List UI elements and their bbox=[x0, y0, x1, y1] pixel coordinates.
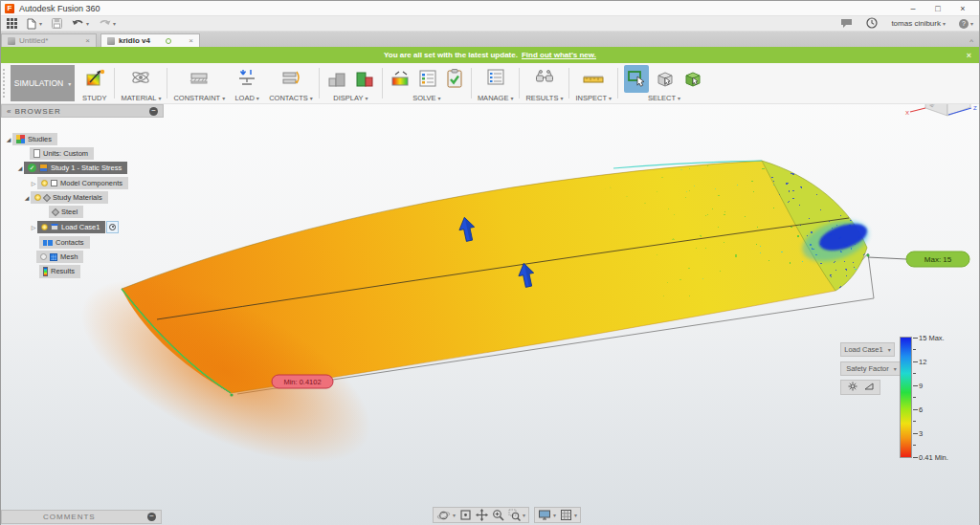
orbit-button[interactable]: ▾ bbox=[436, 509, 456, 522]
scale-label: 3 bbox=[919, 429, 923, 438]
visibility-bulb-icon[interactable] bbox=[40, 253, 47, 260]
min-annotation[interactable]: Min: 0.4102 bbox=[272, 375, 333, 388]
tree-item-units[interactable]: Units: Custom bbox=[30, 147, 94, 160]
toolbar-collapse-chevron[interactable]: ^ bbox=[969, 37, 973, 46]
tab-close-icon[interactable]: × bbox=[189, 36, 193, 45]
redo-button[interactable]: ▾ bbox=[99, 18, 116, 29]
ribbon-group-label[interactable]: RESULTS▾ bbox=[525, 94, 563, 102]
expander-icon[interactable]: ◢ bbox=[23, 194, 31, 201]
inspect-button[interactable] bbox=[580, 67, 607, 93]
tab-close-icon[interactable]: × bbox=[85, 36, 90, 45]
help-menu[interactable]: ? ▾ bbox=[959, 19, 973, 29]
ribbon-group-inspect: INSPECT▾ bbox=[570, 63, 616, 103]
undo-button[interactable]: ▾ bbox=[72, 18, 89, 29]
tree-item-contacts[interactable]: Contacts bbox=[39, 236, 90, 249]
result-type-dropdown[interactable]: Safety Factor▾ bbox=[840, 361, 902, 376]
new-study-button[interactable] bbox=[83, 65, 108, 93]
tick bbox=[913, 361, 918, 362]
constraint-button[interactable] bbox=[187, 65, 212, 93]
tree-item-study1[interactable]: ◢ ✓Study 1 - Static Stress bbox=[16, 162, 127, 174]
ribbon-group-label[interactable]: SELECT▾ bbox=[648, 94, 680, 102]
load-case-dropdown[interactable]: Load Case1▾ bbox=[840, 342, 895, 357]
grid-settings-button[interactable]: ▾ bbox=[560, 509, 577, 521]
tree-item-model-components[interactable]: ▷ Model Components bbox=[30, 177, 128, 189]
zoom-button[interactable] bbox=[492, 509, 504, 521]
expander-icon[interactable]: ▷ bbox=[30, 180, 37, 186]
browser-menu-icon[interactable]: − bbox=[149, 107, 158, 116]
tree-item-study-materials[interactable]: ◢ Study Materials bbox=[23, 191, 108, 204]
select-face-button[interactable] bbox=[654, 67, 677, 93]
undo-caret: ▾ bbox=[86, 20, 89, 27]
manage-button[interactable] bbox=[483, 65, 508, 93]
tab-untitled[interactable]: Untitled* × bbox=[1, 33, 97, 47]
ribbon-group-label[interactable]: CONTACTS▾ bbox=[269, 94, 313, 102]
scale-label: 9 bbox=[919, 382, 923, 390]
contacts-button[interactable] bbox=[278, 65, 303, 93]
ribbon-group-material: MATERIAL▾ bbox=[116, 63, 166, 103]
expander-icon[interactable]: ◢ bbox=[16, 164, 24, 171]
display-settings-button[interactable]: ▾ bbox=[538, 509, 556, 521]
ribbon-group-label[interactable]: STUDY bbox=[82, 94, 108, 102]
maximize-button[interactable]: □ bbox=[925, 4, 950, 13]
tree-item-results[interactable]: Results bbox=[39, 265, 80, 277]
banner-close-icon[interactable]: × bbox=[967, 51, 971, 60]
tick bbox=[913, 373, 916, 374]
save-button[interactable] bbox=[52, 18, 62, 29]
results-button[interactable] bbox=[532, 65, 557, 93]
model-canvas[interactable]: Max: 15 Min: 0.4102 TOP BACK LEFT X Z bbox=[1, 63, 979, 525]
file-menu-button[interactable]: ▾ bbox=[27, 18, 42, 30]
divider bbox=[114, 68, 115, 98]
max-annotation[interactable]: Max: 15 bbox=[906, 252, 969, 267]
comments-menu-icon[interactable]: − bbox=[147, 513, 156, 521]
browser-collapse-icon[interactable]: « bbox=[7, 107, 11, 116]
legend-slope-button[interactable] bbox=[864, 383, 874, 392]
ribbon-group-label[interactable]: LOAD▾ bbox=[234, 94, 258, 102]
banner-link[interactable]: Find out what's new. bbox=[522, 51, 596, 59]
load-case-icon bbox=[51, 224, 58, 230]
zoom-window-button[interactable]: ▾ bbox=[508, 509, 525, 521]
select-window-button[interactable] bbox=[624, 65, 649, 93]
legend-settings-button[interactable] bbox=[848, 382, 858, 393]
tree-item-load-case1[interactable]: ▷ Load Case1 bbox=[30, 221, 119, 233]
visibility-bulb-icon[interactable] bbox=[41, 180, 48, 186]
tree-item-studies[interactable]: ◢ Studies bbox=[5, 133, 57, 145]
user-menu[interactable]: tomas ciniburk ▾ bbox=[891, 19, 946, 28]
edit-load-case-button[interactable] bbox=[106, 221, 119, 233]
display-degrees-button[interactable] bbox=[325, 67, 348, 93]
visibility-bulb-icon[interactable] bbox=[41, 224, 48, 230]
workspace-switcher[interactable]: SIMULATION ▾ bbox=[11, 65, 75, 101]
minimize-button[interactable]: – bbox=[901, 4, 925, 13]
feedback-icon[interactable] bbox=[840, 15, 853, 33]
toolbar-grip[interactable] bbox=[3, 69, 7, 98]
ribbon-group-label[interactable]: SOLVE▾ bbox=[412, 94, 440, 102]
ribbon-group-label[interactable]: CONSTRAINT▾ bbox=[173, 94, 225, 102]
comments-panel[interactable]: COMMENTS − bbox=[1, 510, 162, 524]
solve-details-button[interactable] bbox=[444, 67, 465, 93]
job-status-icon[interactable] bbox=[866, 15, 878, 33]
solve-button[interactable] bbox=[416, 67, 439, 93]
material-button[interactable] bbox=[128, 65, 153, 93]
tree-label: Model Components bbox=[60, 179, 122, 187]
ribbon-group-label[interactable]: MANAGE▾ bbox=[478, 94, 514, 102]
ribbon-group-label[interactable]: MATERIAL▾ bbox=[121, 94, 161, 102]
wing-model[interactable] bbox=[55, 159, 874, 500]
tree-item-mesh[interactable]: Mesh bbox=[36, 251, 83, 263]
expander-icon[interactable]: ◢ bbox=[5, 136, 12, 142]
ribbon-group-label[interactable]: DISPLAY▾ bbox=[333, 94, 368, 102]
select-body-button[interactable] bbox=[681, 67, 704, 93]
mesh-icon bbox=[50, 253, 57, 261]
visibility-bulb-icon[interactable] bbox=[34, 194, 41, 201]
display-compare-button[interactable] bbox=[353, 67, 376, 93]
tab-kridlo-v4[interactable]: kridlo v4 × bbox=[100, 33, 200, 47]
viewport[interactable]: Max: 15 Min: 0.4102 TOP BACK LEFT X Z bbox=[1, 63, 979, 525]
look-at-button[interactable] bbox=[459, 509, 472, 521]
browser-header[interactable]: « BROWSER − bbox=[1, 104, 164, 118]
close-button[interactable]: × bbox=[950, 4, 975, 13]
pre-check-button[interactable] bbox=[389, 67, 412, 93]
expander-icon[interactable]: ▷ bbox=[30, 224, 37, 230]
load-button[interactable] bbox=[234, 65, 259, 93]
tree-item-steel[interactable]: Steel bbox=[49, 206, 83, 218]
pan-button[interactable] bbox=[476, 509, 488, 521]
app-grid-icon[interactable] bbox=[7, 18, 17, 29]
ribbon-group-label[interactable]: INSPECT▾ bbox=[575, 94, 612, 102]
